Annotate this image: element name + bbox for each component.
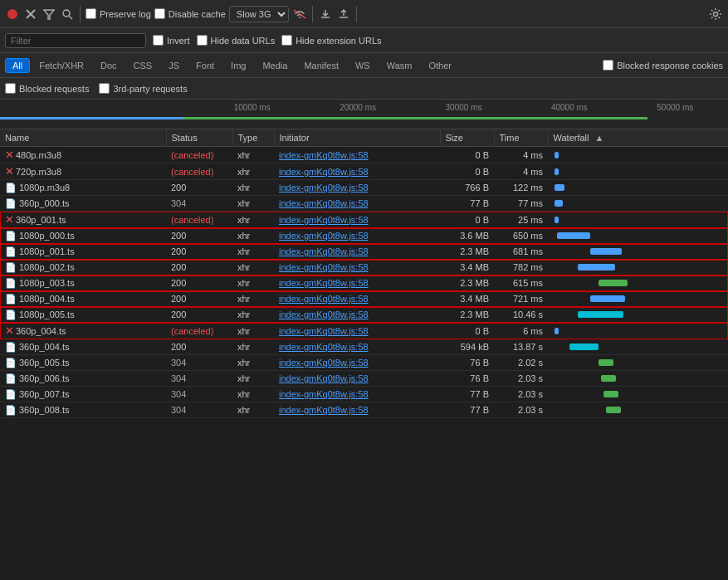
import-button[interactable]: [318, 7, 333, 22]
tab-doc[interactable]: Doc: [93, 58, 125, 73]
tab-ws[interactable]: WS: [348, 58, 378, 73]
cell-time: 13.87 s: [494, 339, 548, 355]
cell-initiator[interactable]: index-gmKq0t8w.js:58: [274, 402, 440, 418]
initiator-link[interactable]: index-gmKq0t8w.js:58: [279, 150, 369, 160]
cell-status: 200: [166, 180, 232, 196]
initiator-link[interactable]: index-gmKq0t8w.js:58: [279, 342, 369, 352]
clear-button[interactable]: [23, 7, 38, 22]
invert-checkbox[interactable]: Invert: [153, 35, 190, 46]
cell-initiator[interactable]: index-gmKq0t8w.js:58: [274, 163, 440, 180]
table-row[interactable]: ✕360p_001.ts(canceled)xhrindex-gmKq0t8w.…: [0, 212, 728, 228]
cell-type: xhr: [232, 275, 274, 291]
hide-data-urls-checkbox[interactable]: Hide data URLs: [197, 35, 276, 46]
cell-initiator[interactable]: index-gmKq0t8w.js:58: [274, 275, 440, 291]
cell-name: 📄360p_008.ts: [0, 402, 166, 418]
tab-media[interactable]: Media: [255, 58, 295, 73]
file-icon: 📄: [5, 389, 17, 400]
initiator-link[interactable]: index-gmKq0t8w.js:58: [279, 389, 369, 399]
cell-initiator[interactable]: index-gmKq0t8w.js:58: [274, 323, 440, 339]
network-table-wrapper[interactable]: Name Status Type Initiator Size Time Wat…: [0, 129, 728, 545]
cell-name: 📄360p_007.ts: [0, 387, 166, 402]
filename-text: 1080p_004.ts: [19, 294, 75, 304]
disable-cache-checkbox[interactable]: Disable cache: [154, 8, 226, 19]
tab-wasm[interactable]: Wasm: [379, 58, 420, 73]
hide-extension-urls-checkbox[interactable]: Hide extension URLs: [281, 35, 381, 46]
preserve-log-checkbox[interactable]: Preserve log: [86, 8, 151, 19]
tab-manifest[interactable]: Manifest: [296, 58, 346, 73]
header-status[interactable]: Status: [166, 129, 232, 147]
cell-status: 200: [166, 244, 232, 260]
filter-input[interactable]: [5, 33, 146, 48]
table-row[interactable]: 📄1080p_004.ts200xhrindex-gmKq0t8w.js:583…: [0, 291, 728, 307]
header-size[interactable]: Size: [440, 129, 494, 147]
initiator-link[interactable]: index-gmKq0t8w.js:58: [279, 262, 369, 272]
settings-button[interactable]: [708, 7, 723, 22]
tab-font[interactable]: Font: [188, 58, 222, 73]
tab-all[interactable]: All: [5, 58, 30, 73]
initiator-link[interactable]: index-gmKq0t8w.js:58: [279, 278, 369, 288]
record-button[interactable]: [5, 7, 20, 22]
export-button[interactable]: [336, 7, 351, 22]
table-row[interactable]: 📄1080p_002.ts200xhrindex-gmKq0t8w.js:583…: [0, 260, 728, 275]
table-row[interactable]: 📄360p_007.ts304xhrindex-gmKq0t8w.js:5877…: [0, 387, 728, 402]
table-row[interactable]: 📄1080p.m3u8200xhrindex-gmKq0t8w.js:58766…: [0, 180, 728, 196]
initiator-link[interactable]: index-gmKq0t8w.js:58: [279, 215, 369, 225]
svg-point-0: [7, 9, 17, 19]
tab-other[interactable]: Other: [421, 58, 459, 73]
cell-initiator[interactable]: index-gmKq0t8w.js:58: [274, 212, 440, 228]
initiator-link[interactable]: index-gmKq0t8w.js:58: [279, 358, 369, 368]
cell-initiator[interactable]: index-gmKq0t8w.js:58: [274, 371, 440, 387]
table-row[interactable]: 📄360p_006.ts304xhrindex-gmKq0t8w.js:5876…: [0, 371, 728, 387]
header-name[interactable]: Name: [0, 129, 166, 147]
table-row[interactable]: ✕480p.m3u8(canceled)xhrindex-gmKq0t8w.js…: [0, 147, 728, 163]
table-row[interactable]: 📄1080p_000.ts200xhrindex-gmKq0t8w.js:583…: [0, 228, 728, 244]
tab-img[interactable]: Img: [223, 58, 253, 73]
initiator-link[interactable]: index-gmKq0t8w.js:58: [279, 405, 369, 415]
table-row[interactable]: 📄360p_008.ts304xhrindex-gmKq0t8w.js:5877…: [0, 402, 728, 418]
network-throttle-select[interactable]: Slow 3G: [229, 6, 289, 22]
tab-css[interactable]: CSS: [126, 58, 160, 73]
table-row[interactable]: 📄1080p_001.ts200xhrindex-gmKq0t8w.js:582…: [0, 244, 728, 260]
tab-js[interactable]: JS: [161, 58, 187, 73]
table-row[interactable]: 📄1080p_003.ts200xhrindex-gmKq0t8w.js:582…: [0, 275, 728, 291]
blocked-cookies-filter[interactable]: Blocked response cookies: [603, 60, 723, 71]
cell-initiator[interactable]: index-gmKq0t8w.js:58: [274, 387, 440, 402]
cell-initiator[interactable]: index-gmKq0t8w.js:58: [274, 260, 440, 275]
cell-initiator[interactable]: index-gmKq0t8w.js:58: [274, 196, 440, 212]
initiator-link[interactable]: index-gmKq0t8w.js:58: [279, 294, 369, 304]
cell-initiator[interactable]: index-gmKq0t8w.js:58: [274, 355, 440, 371]
cell-initiator[interactable]: index-gmKq0t8w.js:58: [274, 244, 440, 260]
cell-initiator[interactable]: index-gmKq0t8w.js:58: [274, 291, 440, 307]
table-row[interactable]: 📄1080p_005.ts200xhrindex-gmKq0t8w.js:582…: [0, 307, 728, 323]
cell-initiator[interactable]: index-gmKq0t8w.js:58: [274, 228, 440, 244]
header-initiator[interactable]: Initiator: [274, 129, 440, 147]
table-row[interactable]: 📄360p_005.ts304xhrindex-gmKq0t8w.js:5876…: [0, 355, 728, 371]
initiator-link[interactable]: index-gmKq0t8w.js:58: [279, 183, 369, 193]
initiator-link[interactable]: index-gmKq0t8w.js:58: [279, 246, 369, 256]
third-party-checkbox[interactable]: 3rd-party requests: [99, 83, 187, 94]
filter-button[interactable]: [42, 7, 56, 22]
blocked-requests-checkbox[interactable]: Blocked requests: [5, 83, 89, 94]
table-row[interactable]: ✕360p_004.ts(canceled)xhrindex-gmKq0t8w.…: [0, 323, 728, 339]
table-row[interactable]: 📄360p_004.ts200xhrindex-gmKq0t8w.js:5859…: [0, 339, 728, 355]
cell-initiator[interactable]: index-gmKq0t8w.js:58: [274, 180, 440, 196]
cell-status: (canceled): [166, 323, 232, 339]
initiator-link[interactable]: index-gmKq0t8w.js:58: [279, 231, 369, 241]
initiator-link[interactable]: index-gmKq0t8w.js:58: [279, 373, 369, 383]
header-time[interactable]: Time: [494, 129, 548, 147]
cell-initiator[interactable]: index-gmKq0t8w.js:58: [274, 147, 440, 163]
file-icon: 📄: [5, 342, 17, 353]
initiator-link[interactable]: index-gmKq0t8w.js:58: [279, 167, 369, 177]
tab-fetch-xhr[interactable]: Fetch/XHR: [32, 58, 91, 73]
cell-initiator[interactable]: index-gmKq0t8w.js:58: [274, 307, 440, 323]
initiator-link[interactable]: index-gmKq0t8w.js:58: [279, 309, 369, 319]
initiator-link[interactable]: index-gmKq0t8w.js:58: [279, 326, 369, 336]
cell-initiator[interactable]: index-gmKq0t8w.js:58: [274, 339, 440, 355]
search-button[interactable]: [60, 7, 75, 22]
initiator-link[interactable]: index-gmKq0t8w.js:58: [279, 198, 369, 208]
table-row[interactable]: ✕720p.m3u8(canceled)xhrindex-gmKq0t8w.js…: [0, 163, 728, 180]
cell-type: xhr: [232, 147, 274, 163]
header-type[interactable]: Type: [232, 129, 274, 147]
table-row[interactable]: 📄360p_000.ts304xhrindex-gmKq0t8w.js:5877…: [0, 196, 728, 212]
header-waterfall[interactable]: Waterfall ▲: [548, 129, 728, 147]
